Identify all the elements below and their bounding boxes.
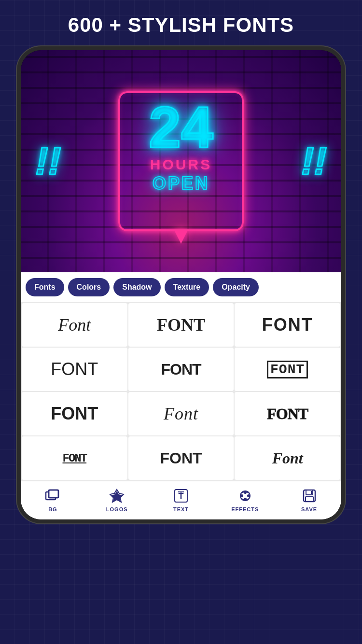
font-preview-9: Font <box>267 405 308 423</box>
nav-label-save: SAVE <box>301 506 317 512</box>
font-grid: Font FONT FONT FONT FONT FONT FONT Font … <box>21 302 341 481</box>
font-preview-7: FONT <box>51 404 98 424</box>
font-cell-3[interactable]: FONT <box>235 303 340 347</box>
font-cell-6[interactable]: FONT <box>235 348 340 391</box>
font-preview-10: FONT <box>63 452 87 465</box>
exclaim-left: !! <box>35 142 61 181</box>
svg-point-10 <box>241 495 243 497</box>
text-icon: T <box>172 487 190 504</box>
font-cell-5[interactable]: FONT <box>128 348 234 391</box>
logos-icon <box>108 487 125 504</box>
font-preview-12: Font <box>272 449 303 467</box>
nav-label-effects: EFFECTS <box>231 506 259 512</box>
nav-item-text[interactable]: T TEXT <box>149 487 213 512</box>
phone-body: !! 24 HOURS OPEN !! Fonts Colors Shadow … <box>17 46 345 523</box>
font-cell-2[interactable]: FONT <box>128 303 234 347</box>
header-title: 600 + STYLISH FONTS <box>0 0 362 46</box>
neon-open: OPEN <box>120 173 242 194</box>
font-preview-2: FONT <box>157 315 205 335</box>
nav-item-save[interactable]: SAVE <box>277 487 341 512</box>
font-preview-3: FONT <box>262 315 313 335</box>
svg-rect-1 <box>49 490 58 498</box>
tab-texture[interactable]: Texture <box>165 278 209 296</box>
nav-item-bg[interactable]: BG <box>21 487 85 512</box>
tabs-row: Fonts Colors Shadow Texture Opacity <box>21 272 341 302</box>
tab-opacity[interactable]: Opacity <box>213 278 259 296</box>
font-preview-11: FONT <box>160 449 202 467</box>
neon-sign-box: 24 HOURS OPEN <box>118 91 244 231</box>
tab-fonts[interactable]: Fonts <box>26 278 64 296</box>
nav-item-logos[interactable]: LOGOS <box>85 487 149 512</box>
effects-icon <box>237 487 254 504</box>
neon-hours: HOURS <box>120 156 242 173</box>
neon-canvas[interactable]: !! 24 HOURS OPEN !! <box>21 50 341 272</box>
svg-rect-16 <box>306 497 313 502</box>
font-cell-7[interactable]: FONT <box>22 392 127 435</box>
nav-item-effects[interactable]: EFFECTS <box>213 487 277 512</box>
nav-label-logos: LOGOS <box>106 506 128 512</box>
font-preview-4: FONT <box>51 359 98 379</box>
bottom-nav: BG LOGOS <box>21 481 341 519</box>
save-icon <box>301 487 318 504</box>
font-cell-4[interactable]: FONT <box>22 348 127 391</box>
font-cell-8[interactable]: Font <box>128 392 234 435</box>
font-preview-5: FONT <box>161 361 201 378</box>
neon-content: !! 24 HOURS OPEN !! <box>21 50 341 272</box>
font-cell-1[interactable]: Font <box>22 303 127 347</box>
font-cell-10[interactable]: FONT <box>22 436 127 480</box>
svg-point-11 <box>248 495 250 497</box>
neon-number: 24 <box>120 98 242 156</box>
font-preview-6: FONT <box>267 361 308 378</box>
svg-point-13 <box>244 498 246 500</box>
tab-shadow[interactable]: Shadow <box>113 278 160 296</box>
exclaim-right: !! <box>301 142 327 181</box>
font-preview-1: Font <box>58 315 91 335</box>
font-cell-12[interactable]: Font <box>235 436 340 480</box>
bg-icon <box>44 487 61 504</box>
nav-label-bg: BG <box>48 506 57 512</box>
font-preview-8: Font <box>164 404 198 424</box>
font-cell-9[interactable]: Font <box>235 392 340 435</box>
svg-point-12 <box>244 491 246 493</box>
nav-label-text: TEXT <box>173 506 189 512</box>
phone-frame: !! 24 HOURS OPEN !! Fonts Colors Shadow … <box>0 46 362 523</box>
tab-colors[interactable]: Colors <box>68 278 110 296</box>
font-cell-11[interactable]: FONT <box>128 436 234 480</box>
bottom-panel: Fonts Colors Shadow Texture Opacity Font… <box>21 272 341 519</box>
